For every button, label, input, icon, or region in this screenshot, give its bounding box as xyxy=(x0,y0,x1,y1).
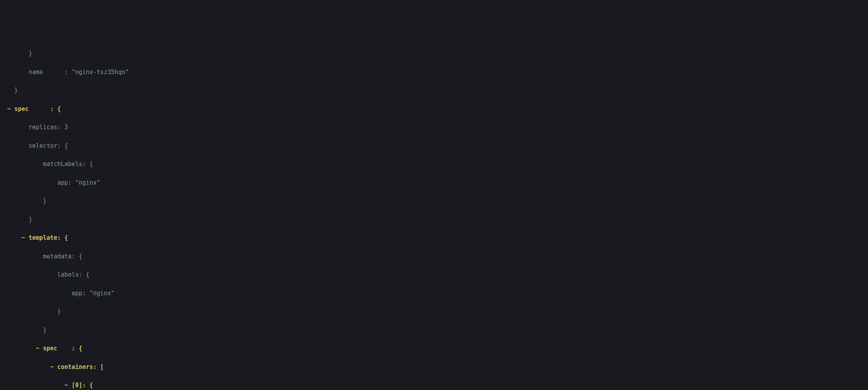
diff-key-changed: template: { xyxy=(29,234,68,241)
diff-line: labels: { xyxy=(0,271,90,278)
diff-line: app: "nginx" xyxy=(0,290,115,297)
diff-marker: ~ xyxy=(0,234,29,241)
diff-marker: ~ xyxy=(0,345,43,352)
diff-key-changed: [0]: { xyxy=(72,382,93,389)
diff-line: } xyxy=(0,50,32,57)
diff-line: } xyxy=(0,216,32,223)
diff-marker: ~ xyxy=(0,363,57,371)
diff-line: } xyxy=(0,197,46,205)
diff-key-changed: spec : { xyxy=(14,105,61,113)
diff-marker: ~ xyxy=(0,382,72,389)
diff-line: } xyxy=(0,308,61,315)
diff-line: selector: { xyxy=(0,142,68,149)
diff-key-changed: spec : { xyxy=(43,345,82,352)
diff-line: } xyxy=(0,327,46,334)
diff-line: matchLabels: { xyxy=(0,161,93,168)
diff-marker: ~ xyxy=(0,105,14,113)
diff-line: } xyxy=(0,87,18,94)
diff-line: metadata: { xyxy=(0,253,82,260)
diff-key-changed: containers: [ xyxy=(57,363,104,371)
diff-value: "nginx-tsz35hqn" xyxy=(72,69,129,76)
diff-line: app: "nginx" xyxy=(0,179,100,186)
terminal-output: } name : "nginx-tsz35hqn" } ~ spec : { r… xyxy=(0,40,868,390)
diff-key: name : xyxy=(0,69,72,76)
diff-line: replicas: 3 xyxy=(0,124,68,131)
